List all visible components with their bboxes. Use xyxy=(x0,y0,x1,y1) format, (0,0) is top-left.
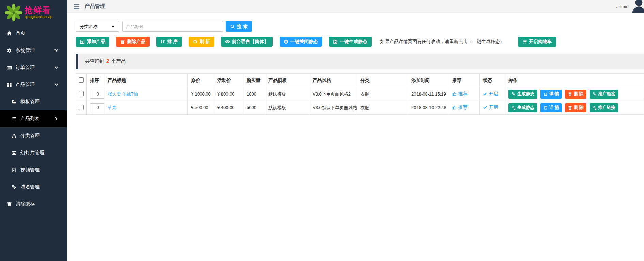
generate-static-row-button[interactable]: 生成静态 xyxy=(508,103,537,112)
sort-icon xyxy=(160,39,165,44)
generate-static-button[interactable]: 一键生成静态 xyxy=(329,37,372,47)
row-checkbox[interactable] xyxy=(79,105,84,110)
trash-icon xyxy=(568,106,572,110)
header-style: 产品风格 xyxy=(309,74,357,87)
enable-cart-button[interactable]: 开启购物车 xyxy=(518,37,556,47)
sidebar-item-slides[interactable]: 幻灯片管理 xyxy=(0,144,67,161)
delete-row-button[interactable]: 删 除 xyxy=(565,103,586,112)
sidebar-item-categories[interactable]: 分类管理 xyxy=(0,127,67,144)
sidebar-item-label: 视频管理 xyxy=(20,167,40,173)
circle-x-icon xyxy=(284,39,288,44)
sidebar-item-domains[interactable]: 域名管理 xyxy=(0,178,67,195)
sidebar-item-orders[interactable]: 订单管理 xyxy=(0,59,67,76)
detail-button[interactable]: 详 情 xyxy=(540,90,562,99)
product-title-link[interactable]: 苹果 xyxy=(108,105,116,110)
grid-icon xyxy=(7,82,12,87)
promo-link-label: 推广链接 xyxy=(598,105,615,111)
chevron-down-icon xyxy=(54,48,59,53)
sidebar-item-label: 幻灯片管理 xyxy=(20,150,44,156)
header-activity-price: 活动价 xyxy=(214,74,243,87)
chevron-down-icon xyxy=(111,25,115,29)
close-static-button[interactable]: 一键关闭静态 xyxy=(280,37,322,47)
main-content: 分类名称 搜 索 添加产品 删除产品 排 序 刷 新 前台语言【简体】 xyxy=(67,13,644,261)
category-select[interactable]: 分类名称 xyxy=(76,21,119,32)
app-logo[interactable]: 抢鲜看 qiangxiankan.vip xyxy=(0,0,67,25)
sidebar-item-videos[interactable]: 视频管理 xyxy=(0,161,67,178)
sidebar-item-products[interactable]: 产品管理 xyxy=(0,76,67,93)
buy-count-cell: 1000 xyxy=(243,87,265,101)
generate-static-label: 一键生成静态 xyxy=(340,39,367,45)
sidebar-item-home[interactable]: 首页 xyxy=(0,25,67,42)
recommend-toggle[interactable]: 推荐 xyxy=(452,91,467,97)
status-toggle[interactable]: 开启 xyxy=(483,104,498,111)
promo-link-button[interactable]: 推广链接 xyxy=(590,103,618,112)
trash-icon xyxy=(120,39,125,44)
recommend-label: 推荐 xyxy=(458,104,467,111)
html-square-icon xyxy=(333,39,338,44)
sidebar-item-label: 模板管理 xyxy=(20,99,40,105)
generate-static-row-label: 生成静态 xyxy=(517,91,534,97)
chevron-down-icon xyxy=(54,82,59,87)
delete-row-button[interactable]: 删 除 xyxy=(565,90,586,99)
check-icon xyxy=(483,105,487,110)
sidebar-item-clear-cache[interactable]: 清除缓存 xyxy=(0,195,67,213)
check-icon xyxy=(483,92,487,96)
delete-product-button[interactable]: 删除产品 xyxy=(116,37,150,47)
eye-icon xyxy=(225,39,230,44)
sidebar-item-label: 系统管理 xyxy=(16,47,35,54)
header-template: 产品模板 xyxy=(265,74,309,87)
sort-button[interactable]: 排 序 xyxy=(156,37,182,47)
select-all-checkbox[interactable] xyxy=(79,77,84,83)
search-button[interactable]: 搜 索 xyxy=(226,21,252,32)
sidebar-item-label: 分类管理 xyxy=(20,133,40,139)
summary-suffix: 个产品 xyxy=(111,58,126,64)
enable-cart-label: 开启购物车 xyxy=(529,39,552,45)
order-list-icon xyxy=(7,65,12,70)
result-count: 2 xyxy=(106,58,109,64)
row-checkbox[interactable] xyxy=(79,91,84,96)
promo-link-label: 推广链接 xyxy=(598,91,615,97)
thumbs-up-icon xyxy=(452,92,457,96)
sidebar-item-product-list[interactable]: 产品列表 xyxy=(0,110,67,127)
status-toggle[interactable]: 开启 xyxy=(483,91,498,97)
toolbar: 添加产品 删除产品 排 序 刷 新 前台语言【简体】 一键关闭静态 一键生成静态… xyxy=(76,37,644,47)
static-hint-text: 如果产品详情页面有任何改动，请重新点击（一键生成静态） xyxy=(380,39,505,45)
header-status: 状态 xyxy=(480,74,505,87)
sidebar-item-templates[interactable]: 模板管理 xyxy=(0,93,67,110)
refresh-label: 刷 新 xyxy=(200,39,210,45)
sort-order-input[interactable] xyxy=(90,90,104,99)
chain-link-icon xyxy=(593,92,597,96)
generate-static-row-button[interactable]: 生成静态 xyxy=(508,90,537,99)
recommend-toggle[interactable]: 推荐 xyxy=(452,104,467,111)
detail-button[interactable]: 详 情 xyxy=(540,103,562,112)
table-header-row: 排序 产品标题 原价 活动价 购买量 产品模板 产品风格 分类 添加时间 推荐 … xyxy=(76,74,644,87)
delete-row-label: 删 除 xyxy=(574,91,583,97)
user-avatar-icon[interactable] xyxy=(631,0,644,14)
trash-icon xyxy=(7,202,12,207)
filter-row: 分类名称 搜 索 xyxy=(76,21,644,32)
user-menu[interactable]: admin xyxy=(616,0,628,13)
sidebar-item-label: 首页 xyxy=(16,30,25,37)
refresh-button[interactable]: 刷 新 xyxy=(189,37,214,47)
promo-link-button[interactable]: 推广链接 xyxy=(590,90,618,99)
delete-product-label: 删除产品 xyxy=(127,39,145,45)
add-product-button[interactable]: 添加产品 xyxy=(76,37,109,47)
frontend-language-button[interactable]: 前台语言【简体】 xyxy=(221,37,273,47)
edit-icon xyxy=(544,106,548,110)
sidebar-item-system[interactable]: 系统管理 xyxy=(0,42,67,59)
thumbs-up-icon xyxy=(452,105,457,110)
table-row: 苹果 ¥ 500.00 ¥ 400.00 5000 默认模板 V3.0默认下单页… xyxy=(76,101,644,115)
sidebar-item-label: 产品管理 xyxy=(16,82,35,88)
frontend-language-label: 前台语言【简体】 xyxy=(232,39,269,45)
sort-order-input[interactable] xyxy=(90,103,104,112)
logo-title: 抢鲜看 xyxy=(25,6,52,15)
search-icon xyxy=(230,24,235,29)
product-title-input[interactable] xyxy=(122,21,223,32)
folder-icon xyxy=(12,99,17,104)
username-label: admin xyxy=(616,4,628,9)
sidebar-item-label: 清除缓存 xyxy=(16,201,35,207)
hamburger-menu-icon[interactable] xyxy=(73,3,80,10)
plus-square-icon xyxy=(80,39,85,44)
sidebar-nav: 首页 系统管理 订单管理 产品管理 模板管理 产品列表 分类管理 xyxy=(0,25,67,213)
product-title-link[interactable]: 张大奕 羊绒T恤 xyxy=(108,91,138,97)
